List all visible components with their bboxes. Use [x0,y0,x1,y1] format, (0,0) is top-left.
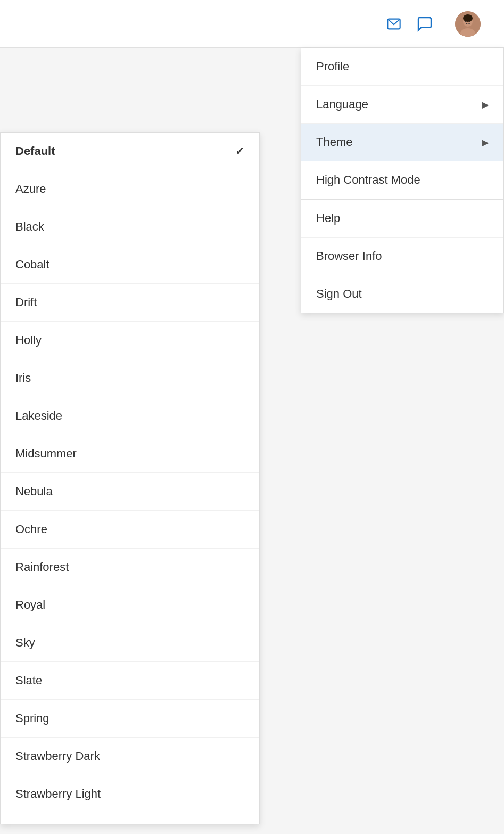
theme-item-holly[interactable]: Holly [1,322,259,359]
theme-label-cobalt: Cobalt [15,258,49,272]
chat-button[interactable] [416,15,433,32]
theme-item-strawberry_dark[interactable]: Strawberry Dark [1,738,259,775]
theme-item-slate[interactable]: Slate [1,662,259,700]
avatar [455,11,481,37]
menu-item-theme[interactable]: Theme▶ [301,124,503,161]
menu-item-language[interactable]: Language▶ [301,86,503,124]
theme-label-default: Default [15,144,55,158]
theme-label-spring: Spring [15,712,49,725]
theme-label-royal: Royal [15,598,45,612]
chevron-right-icon: ▶ [482,100,489,110]
menu-item-browser_info[interactable]: Browser Info [301,238,503,275]
theme-label-strawberry_dark: Strawberry Dark [15,749,100,763]
chat-icon [416,15,433,32]
theme-label-drift: Drift [15,296,37,309]
theme-label-sky: Sky [15,636,35,650]
menu-item-label-high_contrast: High Contrast Mode [316,173,420,187]
theme-label-slate: Slate [15,674,42,688]
theme-label-azure: Azure [15,182,46,196]
user-menu-button[interactable] [444,0,491,48]
theme-label-lakeside: Lakeside [15,409,62,423]
svg-point-6 [463,14,473,22]
theme-item-strawberry_light[interactable]: Strawberry Light [1,775,259,813]
menu-item-high_contrast[interactable]: High Contrast Mode [301,161,503,199]
header-actions [386,0,491,48]
theme-label-rainforest: Rainforest [15,560,69,574]
theme-item-spring[interactable]: Spring [1,700,259,738]
theme-item-nebula[interactable]: Nebula [1,473,259,511]
theme-item-cobalt[interactable]: Cobalt [1,246,259,284]
theme-item-royal[interactable]: Royal [1,586,259,624]
menu-item-label-profile: Profile [316,60,349,73]
theme-item-sky[interactable]: Sky [1,624,259,662]
theme-label-iris: Iris [15,371,31,385]
theme-item-default[interactable]: Default✓ [1,133,259,170]
theme-item-black[interactable]: Black [1,208,259,246]
header [0,0,504,48]
menu-item-label-help: Help [316,211,340,225]
menu-item-label-sign_out: Sign Out [316,287,362,301]
menu-item-label-language: Language [316,97,368,111]
theme-submenu: Default✓AzureBlackCobaltDriftHollyIrisLa… [0,132,260,824]
theme-label-holly: Holly [15,333,42,347]
menu-item-profile[interactable]: Profile [301,48,503,86]
theme-item-tangerine_dark[interactable]: Tangerine Dark [1,813,259,824]
theme-item-iris[interactable]: Iris [1,359,259,397]
theme-item-drift[interactable]: Drift [1,284,259,322]
theme-item-ochre[interactable]: Ochre [1,511,259,549]
theme-item-lakeside[interactable]: Lakeside [1,397,259,435]
theme-item-azure[interactable]: Azure [1,170,259,208]
menu-item-label-browser_info: Browser Info [316,249,382,263]
avatar-image [455,11,481,37]
theme-label-midsummer: Midsummer [15,447,77,461]
main-dropdown-menu: ProfileLanguage▶Theme▶High Contrast Mode… [301,48,504,313]
checkmark-icon: ✓ [235,145,244,158]
theme-label-strawberry_light: Strawberry Light [15,787,101,801]
theme-label-black: Black [15,220,44,234]
menu-item-label-theme: Theme [316,135,352,149]
chevron-right-icon: ▶ [482,137,489,148]
menu-item-sign_out[interactable]: Sign Out [301,275,503,313]
envelope-icon [386,17,401,31]
menu-item-help[interactable]: Help [301,200,503,238]
theme-label-nebula: Nebula [15,485,53,498]
theme-label-ochre: Ochre [15,522,47,536]
theme-item-midsummer[interactable]: Midsummer [1,435,259,473]
request-help-button[interactable] [386,17,406,31]
theme-item-rainforest[interactable]: Rainforest [1,549,259,586]
